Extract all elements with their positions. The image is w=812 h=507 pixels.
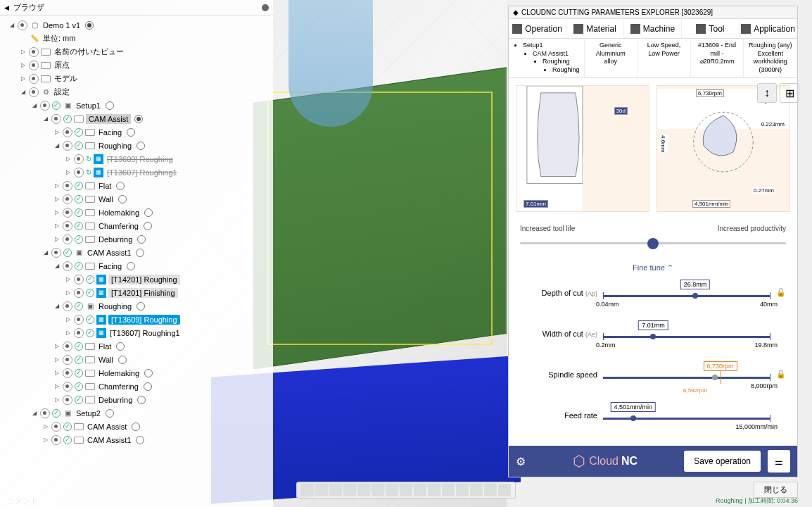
expand-icon[interactable]: ▷ — [65, 316, 72, 323]
radio-icon[interactable] — [136, 436, 144, 444]
collapse-icon[interactable]: ◀ — [4, 4, 9, 11]
visibility-icon[interactable] — [63, 355, 72, 365]
expand-icon[interactable]: ▷ — [53, 343, 61, 349]
tree-cam-assist1[interactable]: CAM Assist1 — [86, 436, 132, 444]
visibility-icon[interactable] — [74, 288, 84, 298]
lock-icon[interactable]: 🔓 — [776, 370, 786, 379]
lock-icon[interactable]: 🔓 — [776, 288, 786, 297]
slider-thumb[interactable] — [630, 415, 636, 421]
radio-icon[interactable] — [137, 235, 146, 244]
tab-operation[interactable]: Operation — [509, 19, 566, 38]
radio-icon[interactable] — [106, 409, 114, 418]
visibility-icon[interactable] — [63, 368, 72, 378]
expand-icon[interactable]: ▷ — [53, 196, 61, 202]
tree-flat[interactable]: Flat — [97, 182, 113, 190]
expand-icon[interactable]: ▷ — [65, 330, 72, 336]
expand-icon[interactable]: ▷ — [53, 383, 61, 389]
visibility-icon[interactable] — [51, 422, 61, 432]
view-side-toggle[interactable]: ↕ — [757, 83, 777, 103]
toolbar-button[interactable] — [315, 484, 328, 496]
expand-icon[interactable]: ▷ — [65, 169, 72, 175]
tree-chamfering[interactable]: Chamfering — [97, 222, 140, 230]
productivity-slider[interactable] — [520, 237, 786, 251]
save-operation-button[interactable]: Save operation — [684, 451, 761, 472]
tree-unit[interactable]: 単位: mm — [42, 33, 77, 44]
toolbar-button[interactable] — [386, 484, 398, 496]
expand-icon[interactable]: ▷ — [53, 223, 61, 229]
toolbar-button[interactable] — [456, 484, 469, 496]
tree-deburring[interactable]: Deburring — [97, 235, 134, 244]
expand-icon[interactable]: ▷ — [20, 49, 27, 55]
width-slider[interactable]: 7.01mm 0.2mm 19.8mm — [603, 323, 770, 344]
visibility-icon[interactable] — [63, 127, 72, 137]
tab-tool[interactable]: Tool — [682, 19, 740, 38]
visibility-icon[interactable] — [29, 74, 39, 84]
tree-cam-assist[interactable]: CAM Assist — [86, 423, 128, 431]
slider-thumb[interactable] — [712, 375, 718, 380]
expand-icon[interactable]: ◢ — [42, 115, 49, 122]
depth-slider[interactable]: 26.8mm 0.04mm 40mm — [603, 282, 770, 303]
toolbar-button[interactable] — [470, 484, 483, 496]
tree-t13609-selected[interactable]: [T13609] Roughing — [108, 315, 180, 325]
expand-icon[interactable]: ▷ — [42, 423, 49, 430]
tree-item[interactable]: モデル — [53, 73, 79, 84]
visibility-icon[interactable] — [51, 248, 61, 258]
expand-icon[interactable]: ▷ — [53, 236, 61, 242]
tree-wall[interactable]: Wall — [97, 195, 115, 204]
radio-icon[interactable] — [106, 101, 114, 110]
tree-holemaking[interactable]: Holemaking — [97, 208, 141, 217]
tab-material[interactable]: Material — [566, 19, 624, 38]
tree-item[interactable]: 設定 — [53, 87, 71, 97]
visibility-icon[interactable] — [29, 47, 39, 57]
tab-machine[interactable]: Machine — [624, 19, 682, 38]
expand-icon[interactable]: ▷ — [20, 62, 27, 68]
radio-icon[interactable] — [144, 222, 152, 230]
expand-icon[interactable]: ▷ — [53, 129, 61, 135]
settings-icon[interactable]: ⚙ — [516, 455, 526, 468]
expand-icon[interactable]: ▷ — [65, 276, 72, 282]
tab-application[interactable]: Application — [740, 19, 797, 38]
radio-icon[interactable] — [134, 115, 143, 123]
toolbar-button[interactable] — [329, 484, 342, 496]
tree-deburring[interactable]: Deburring — [97, 396, 134, 404]
expand-icon[interactable]: ◢ — [31, 102, 38, 108]
visibility-icon[interactable] — [63, 395, 72, 405]
expand-icon[interactable]: ◢ — [8, 22, 15, 28]
tree-wall[interactable]: Wall — [97, 356, 115, 364]
radio-icon[interactable] — [137, 302, 145, 311]
tree-flat[interactable]: Flat — [97, 342, 113, 351]
expand-icon[interactable]: ▷ — [53, 396, 61, 403]
tree-t14201-f[interactable]: [T14201] Finishing — [108, 288, 178, 298]
visibility-icon[interactable] — [63, 194, 72, 204]
tree-roughing[interactable]: Roughing — [97, 302, 133, 311]
radio-icon[interactable] — [144, 208, 153, 217]
toolbar-button[interactable] — [343, 484, 356, 496]
visibility-icon[interactable] — [74, 168, 84, 177]
tree-cam-assist[interactable]: CAM Assist — [86, 114, 131, 124]
visibility-icon[interactable] — [63, 382, 72, 392]
visibility-icon[interactable] — [63, 208, 72, 218]
expand-icon[interactable]: ◢ — [53, 303, 61, 309]
tree-t13607[interactable]: [T13607] Roughing1 — [106, 168, 179, 177]
radio-icon[interactable] — [137, 142, 145, 150]
visibility-icon[interactable] — [63, 301, 72, 311]
expand-icon[interactable]: ▷ — [53, 182, 61, 189]
radio-icon[interactable] — [85, 21, 94, 30]
tree-cam-assist1[interactable]: CAM Assist1 — [86, 249, 132, 257]
toolbar-button[interactable] — [498, 484, 511, 496]
panel-options-icon[interactable] — [262, 4, 269, 11]
slider-thumb[interactable] — [647, 238, 659, 249]
visibility-icon[interactable] — [74, 275, 84, 284]
expand-icon[interactable]: ▷ — [53, 209, 61, 215]
toolbar-button[interactable] — [357, 484, 370, 496]
toolbar-button[interactable] — [484, 484, 497, 496]
visibility-icon[interactable] — [74, 154, 84, 164]
radio-icon[interactable] — [132, 423, 140, 431]
toolbar-button[interactable] — [301, 484, 314, 496]
tree-item[interactable]: 原点 — [53, 60, 71, 70]
radio-icon[interactable] — [127, 128, 135, 137]
toolbar-button[interactable] — [372, 484, 384, 496]
toolbar-button[interactable] — [442, 484, 455, 496]
tree-t14201-r[interactable]: [T14201] Roughing — [108, 275, 180, 284]
tree-setup1[interactable]: Setup1 — [75, 101, 102, 110]
